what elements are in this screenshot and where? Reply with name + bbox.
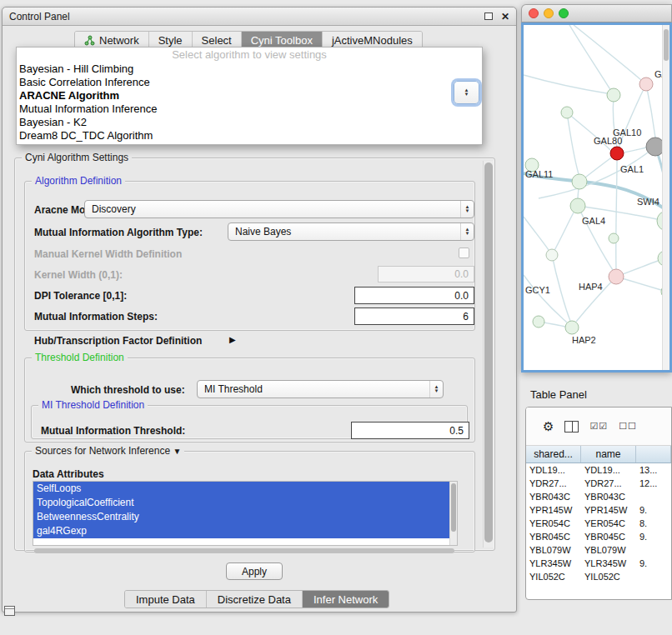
field-value: 6 bbox=[463, 311, 469, 322]
aracne-mode-select[interactable]: Discovery ▲▼ bbox=[84, 200, 474, 218]
select-all-icon[interactable]: ☑☑ bbox=[589, 421, 608, 432]
spinner-icon: ▲▼ bbox=[460, 223, 474, 240]
field-value: 0.5 bbox=[449, 425, 464, 437]
network-node bbox=[609, 233, 619, 243]
settings-scrollbar[interactable] bbox=[483, 161, 494, 548]
column-header[interactable]: shared... bbox=[526, 446, 581, 462]
network-vscrollbar[interactable] bbox=[662, 25, 669, 370]
collapse-arrow-icon[interactable]: ▼ bbox=[173, 447, 181, 456]
minimize-window-button[interactable] bbox=[544, 8, 554, 18]
tab-cyni-toolbox[interactable]: Cyni Toolbox bbox=[242, 32, 323, 48]
list-item[interactable]: BetweennessCentrality bbox=[33, 510, 449, 524]
cell: 12... bbox=[636, 478, 671, 488]
settings-scrollbar-thumb[interactable] bbox=[484, 162, 493, 542]
docked-panel-icon[interactable] bbox=[4, 606, 15, 616]
cell: YBR043C bbox=[581, 492, 636, 502]
table-row[interactable]: YDL19... YDL19... 13... bbox=[526, 463, 671, 477]
network-node bbox=[570, 198, 585, 213]
dpi-tolerance-field[interactable]: 0.0 bbox=[354, 287, 474, 304]
mi-threshold-field[interactable]: 0.5 bbox=[351, 422, 469, 439]
cell: YLR345W bbox=[526, 558, 581, 568]
table-row[interactable]: YDR27... YDR27... 12... bbox=[526, 477, 671, 490]
mi-type-select[interactable]: Naive Bayes ▲▼ bbox=[228, 222, 474, 241]
network-node bbox=[639, 78, 653, 91]
list-item[interactable]: TopologicalCoefficient bbox=[33, 496, 449, 510]
network-node bbox=[607, 88, 620, 102]
data-attributes-list[interactable]: SelfLoops TopologicalCoefficient Between… bbox=[33, 481, 458, 546]
table-row[interactable]: YER054C YER054C 8. bbox=[526, 517, 671, 530]
sources-title: Sources for Network Inference bbox=[35, 445, 170, 457]
network-node-label: SWI4 bbox=[637, 197, 659, 207]
dropdown-item[interactable]: Bayesian - K2 bbox=[17, 116, 482, 129]
mi-steps-label: Mutual Information Steps: bbox=[34, 311, 158, 322]
tab-infer-network[interactable]: Infer Network bbox=[303, 591, 389, 608]
mi-type-label: Mutual Information Algorithm Type: bbox=[34, 227, 203, 238]
tab-impute-data[interactable]: Impute Data bbox=[125, 591, 207, 608]
control-panel-window: Control Panel ✕ Network Style Select Cyn… bbox=[2, 7, 517, 612]
list-hscrollbar-thumb[interactable] bbox=[34, 548, 454, 553]
network-canvas-frame: GALGAL80GAL10GAL11GAL1SWI4GAL4GCY1HAP4HA… bbox=[521, 22, 672, 372]
dropdown-item[interactable]: Dream8 DC_TDC Algorithm bbox=[17, 129, 482, 142]
table-row[interactable]: YPR145W YPR145W 9. bbox=[526, 503, 671, 517]
network-edge bbox=[646, 84, 655, 138]
cell: YLR345W bbox=[581, 558, 636, 568]
table-row[interactable]: YBR043C YBR043C bbox=[526, 490, 671, 503]
network-edge bbox=[616, 160, 617, 269]
group-title: MI Threshold Definition bbox=[38, 399, 148, 411]
network-vscrollbar-thumb[interactable] bbox=[664, 29, 669, 61]
table-row[interactable]: YBR045C YBR045C 9. bbox=[526, 530, 671, 543]
table-row[interactable]: YLR345W YLR345W 9. bbox=[526, 557, 671, 570]
network-window-titlebar[interactable] bbox=[521, 4, 672, 22]
network-node-label: HAP2 bbox=[572, 335, 596, 345]
table-row[interactable]: YBL079W YBL079W bbox=[526, 543, 671, 557]
dropdown-item-selected[interactable]: ARACNE Algorithm bbox=[17, 89, 482, 102]
cell: YDL19... bbox=[526, 465, 581, 475]
tab-style[interactable]: Style bbox=[149, 32, 193, 48]
dropdown-item[interactable]: Mutual Information Inference bbox=[17, 102, 482, 116]
dropdown-item[interactable]: Bayesian - Hill Climbing bbox=[17, 62, 482, 76]
column-header[interactable] bbox=[636, 446, 671, 462]
close-panel-icon[interactable]: ✕ bbox=[501, 12, 509, 22]
float-panel-icon[interactable] bbox=[484, 12, 493, 20]
cell: 9. bbox=[636, 532, 671, 542]
tab-select[interactable]: Select bbox=[193, 32, 242, 48]
deselect-all-icon[interactable]: ☐☐ bbox=[619, 421, 637, 432]
tab-discretize-data[interactable]: Discretize Data bbox=[207, 591, 303, 608]
manual-kernel-checkbox[interactable] bbox=[459, 248, 469, 258]
zoom-window-button[interactable] bbox=[559, 8, 569, 18]
kernel-width-field: 0.0 bbox=[378, 266, 474, 282]
which-threshold-label: Which threshold to use: bbox=[71, 384, 185, 396]
apply-button[interactable]: Apply bbox=[226, 562, 283, 580]
mi-steps-field[interactable]: 6 bbox=[354, 308, 474, 325]
cell: YIL052C bbox=[526, 572, 581, 582]
list-scrollbar-thumb[interactable] bbox=[451, 483, 456, 532]
network-node-label: GAL1 bbox=[620, 164, 644, 174]
group-title: Sources for Network Inference ▼ bbox=[32, 445, 184, 457]
show-columns-icon[interactable] bbox=[564, 421, 579, 432]
network-node bbox=[610, 147, 624, 160]
column-header[interactable]: name bbox=[581, 446, 636, 462]
close-window-button[interactable] bbox=[529, 8, 539, 18]
dropdown-item[interactable]: Basic Correlation Inference bbox=[17, 76, 482, 89]
expand-arrow-icon[interactable]: ▶ bbox=[229, 335, 236, 344]
tab-network[interactable]: Network bbox=[75, 32, 149, 48]
tab-label: Discretize Data bbox=[218, 593, 291, 606]
list-item[interactable]: gal4RGexp bbox=[33, 524, 449, 538]
which-threshold-select[interactable]: MI Threshold ▲▼ bbox=[197, 380, 444, 398]
network-edge bbox=[524, 75, 607, 93]
table-row[interactable]: YIL052C YIL052C bbox=[526, 570, 671, 583]
table-settings-gear-icon[interactable]: ⚙ bbox=[543, 419, 554, 434]
network-edge bbox=[524, 217, 549, 250]
network-canvas[interactable]: GALGAL80GAL10GAL11GAL1SWI4GAL4GCY1HAP4HA… bbox=[524, 25, 669, 370]
table-toolbar: ⚙ ☑☑ ☐☐ bbox=[526, 408, 671, 446]
algorithm-combobox-spinner[interactable]: ▲ ▼ bbox=[454, 81, 479, 104]
control-panel-titlebar[interactable]: Control Panel ✕ bbox=[3, 8, 516, 26]
tab-jactivemnodules[interactable]: jActiveMNodules bbox=[323, 32, 422, 48]
tab-label: Impute Data bbox=[136, 593, 195, 606]
list-item[interactable]: SelfLoops bbox=[33, 482, 449, 496]
network-node-label: HAP4 bbox=[579, 282, 603, 292]
list-scrollbar[interactable] bbox=[449, 482, 457, 545]
network-node-label: GAL10 bbox=[613, 128, 641, 138]
network-node-label: GAL4 bbox=[582, 216, 605, 226]
bottom-tab-bar: Impute Data Discretize Data Infer Networ… bbox=[124, 590, 389, 608]
